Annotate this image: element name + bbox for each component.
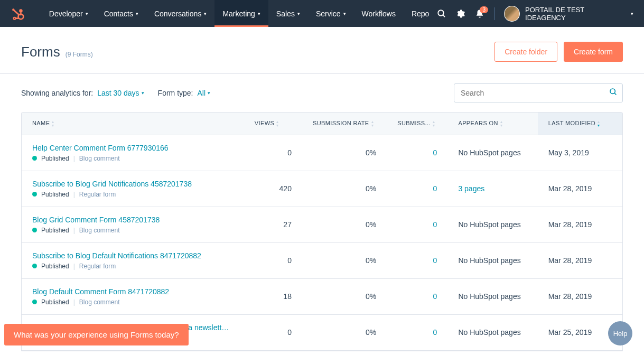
form-name-link[interactable]: Help Center Comment Form 6777930166 xyxy=(32,144,233,152)
nav-label: Workflows xyxy=(362,10,396,18)
date-range-filter[interactable]: Last 30 days▾ xyxy=(97,89,144,97)
nav-workflows[interactable]: Workflows xyxy=(354,0,404,27)
table-row: Help Center Comment Form 6777930166Publi… xyxy=(22,135,622,171)
filters-left: Showing analytics for: Last 30 days▾ For… xyxy=(21,89,210,97)
nav-label: Service xyxy=(316,10,341,18)
search-icon[interactable] xyxy=(609,88,618,98)
sort-icon xyxy=(52,120,54,127)
nav-repo[interactable]: Repo xyxy=(404,0,437,27)
nav-menu: Developer▾Contacts▾Conversations▾Marketi… xyxy=(41,0,437,27)
form-name-link[interactable]: Blog Grid Comment Form 4587201738 xyxy=(32,216,233,224)
analytics-label: Showing analytics for: xyxy=(21,89,93,97)
col-appears-on[interactable]: APPEARS ON xyxy=(447,113,537,135)
chevron-down-icon: ▾ xyxy=(142,90,144,96)
form-type: Regular form xyxy=(79,191,116,198)
sort-icon xyxy=(598,120,600,127)
notification-badge: 3 xyxy=(480,6,488,13)
modified-cell: Mar 28, 2019 xyxy=(538,242,622,278)
form-name-link[interactable]: Subscribe to Blog Grid Notifications 458… xyxy=(32,180,233,188)
chevron-down-icon: ▾ xyxy=(258,11,260,16)
settings-icon[interactable] xyxy=(456,9,465,18)
submissions-link[interactable]: 0 xyxy=(433,256,437,265)
status-text: Published xyxy=(41,155,69,162)
search-input[interactable] xyxy=(454,83,623,102)
submissions-link[interactable]: 0 xyxy=(433,148,437,157)
svg-line-10 xyxy=(614,93,616,95)
submissions-link[interactable]: 0 xyxy=(433,328,437,337)
views-cell: 420 xyxy=(244,171,302,207)
page-title: Forms (9 Forms) xyxy=(21,44,93,60)
search-box xyxy=(454,83,623,102)
nav-contacts[interactable]: Contacts▾ xyxy=(96,0,146,27)
nav-conversations[interactable]: Conversations▾ xyxy=(146,0,215,27)
table-row: Subscribe to Blog Default Notifications … xyxy=(22,242,622,278)
nav-service[interactable]: Service▾ xyxy=(308,0,354,27)
chevron-down-icon: ▾ xyxy=(631,11,633,16)
form-type: Blog comment xyxy=(79,155,120,162)
nav-label: Sales xyxy=(276,10,295,18)
nav-label: Conversations xyxy=(154,10,202,18)
hubspot-logo-icon[interactable] xyxy=(11,6,25,21)
feedback-prompt[interactable]: What was your experience using Forms tod… xyxy=(4,324,189,345)
submissions-link[interactable]: 0 xyxy=(433,220,437,229)
col-views[interactable]: VIEWS xyxy=(244,113,302,135)
col-submissions[interactable]: SUBMISS... xyxy=(387,113,447,135)
svg-point-7 xyxy=(438,10,444,16)
views-cell: 0 xyxy=(244,242,302,278)
views-cell: 27 xyxy=(244,207,302,242)
notifications-icon[interactable]: 3 xyxy=(475,9,484,18)
appears-on-cell: No HubSpot pages xyxy=(458,148,520,157)
rate-cell: 0% xyxy=(302,314,387,350)
nav-label: Repo xyxy=(412,10,429,18)
account-name: PORTAIL DE TEST IDEAGENCY xyxy=(525,6,626,22)
status-text: Published xyxy=(41,227,69,234)
nav-marketing[interactable]: Marketing▾ xyxy=(214,0,268,27)
sort-icon xyxy=(371,120,374,127)
create-folder-button[interactable]: Create folder xyxy=(494,42,557,62)
status-dot-icon xyxy=(32,156,37,161)
nav-sales[interactable]: Sales▾ xyxy=(268,0,308,27)
modified-cell: Mar 28, 2019 xyxy=(538,207,622,242)
appears-on-cell: No HubSpot pages xyxy=(458,256,520,265)
search-icon[interactable] xyxy=(437,9,446,18)
form-name-link[interactable]: Blog Default Comment Form 8471720882 xyxy=(32,287,233,296)
col-submission-rate[interactable]: SUBMISSION RATE xyxy=(302,113,387,135)
nav-label: Marketing xyxy=(222,10,255,18)
status-text: Published xyxy=(41,191,69,198)
submissions-link[interactable]: 0 xyxy=(433,184,437,193)
nav-label: Developer xyxy=(49,10,83,18)
nav-label: Contacts xyxy=(104,10,133,18)
sort-icon xyxy=(500,120,502,127)
appears-on-cell: No HubSpot pages xyxy=(458,328,520,337)
avatar xyxy=(504,6,520,22)
chevron-down-icon: ▾ xyxy=(136,11,138,16)
svg-point-9 xyxy=(610,89,615,94)
form-type-filter[interactable]: All▾ xyxy=(197,89,210,97)
status-dot-icon xyxy=(32,192,37,197)
chevron-down-icon: ▾ xyxy=(208,90,210,96)
top-navbar: Developer▾Contacts▾Conversations▾Marketi… xyxy=(0,0,644,27)
col-last-modified[interactable]: LAST MODIFIED xyxy=(538,113,622,135)
status-dot-icon xyxy=(32,228,37,232)
rate-cell: 0% xyxy=(302,171,387,207)
page-header: Forms (9 Forms) Create folder Create for… xyxy=(0,27,644,73)
title-text: Forms xyxy=(21,44,60,60)
rate-cell: 0% xyxy=(302,278,387,314)
rate-cell: 0% xyxy=(302,242,387,278)
form-name-link[interactable]: Subscribe to Blog Default Notifications … xyxy=(32,251,233,260)
help-button[interactable]: Help xyxy=(608,321,632,345)
submissions-link[interactable]: 0 xyxy=(433,292,437,301)
account-menu[interactable]: PORTAIL DE TEST IDEAGENCY ▾ xyxy=(504,6,633,22)
status-text: Published xyxy=(41,263,69,270)
form-type: Blog comment xyxy=(79,227,120,234)
appears-on-cell[interactable]: 3 pages xyxy=(458,184,484,193)
modified-cell: May 3, 2019 xyxy=(538,135,622,171)
col-name[interactable]: NAME xyxy=(22,113,244,135)
filters-row: Showing analytics for: Last 30 days▾ For… xyxy=(0,74,644,112)
chevron-down-icon: ▾ xyxy=(86,11,88,16)
svg-point-6 xyxy=(13,17,15,19)
table-row: Subscribe to Blog Grid Notifications 458… xyxy=(22,171,622,207)
create-form-button[interactable]: Create form xyxy=(564,42,623,62)
nav-developer[interactable]: Developer▾ xyxy=(41,0,96,27)
views-cell: 18 xyxy=(244,278,302,314)
